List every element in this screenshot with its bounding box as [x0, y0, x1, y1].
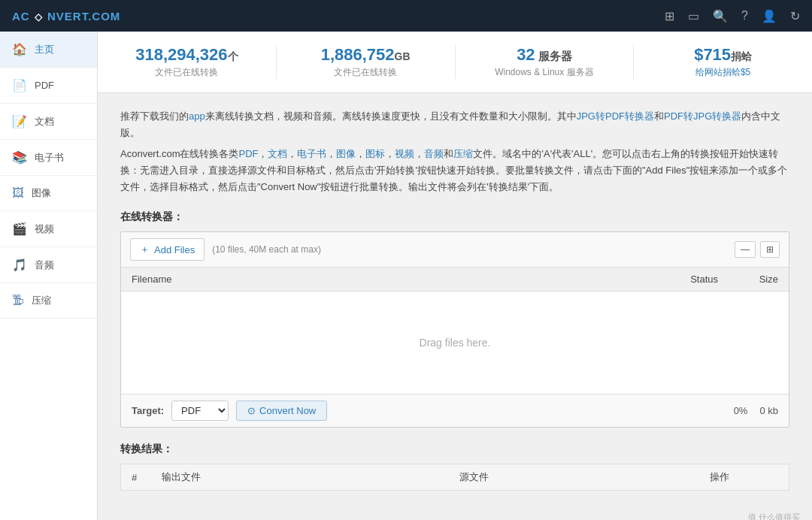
image-icon: 🖼	[12, 186, 24, 200]
plus-icon: ＋	[140, 243, 150, 256]
stat-gb-label: 文件已在线转换	[277, 66, 455, 79]
stat-gb: 1,886,752GB 文件已在线转换	[277, 45, 456, 79]
convert-now-button[interactable]: ⊙ Convert Now	[236, 401, 327, 421]
ebook-icon: 📚	[12, 150, 27, 165]
logo-main: NVERT.COM	[47, 10, 120, 23]
home-icon: 🏠	[12, 42, 27, 56]
sidebar-label-doc: 文档	[35, 115, 54, 128]
header-icons: ⊞ ▭ 🔍 ? 👤 ↻	[665, 9, 800, 23]
add-files-hint: (10 files, 40M each at max)	[212, 244, 321, 255]
watermark-text: 值 什么值得买	[748, 512, 800, 520]
add-files-label: Add Files	[154, 244, 195, 255]
archive-icon: 🗜	[12, 294, 24, 307]
tablet-icon[interactable]: ▭	[688, 9, 699, 23]
header: AC ◇ NVERT.COM ⊞ ▭ 🔍 ? 👤 ↻	[0, 0, 812, 32]
archive-link[interactable]: 压缩	[453, 148, 473, 159]
sidebar-label-ebook: 电子书	[35, 151, 64, 165]
minimize-button[interactable]: —	[735, 241, 756, 258]
target-format-select[interactable]: PDF DOC DOCX JPG PNG MP4 MP3	[171, 401, 229, 421]
sidebar-item-video[interactable]: 🎬 视频	[0, 211, 97, 247]
sidebar-item-archive[interactable]: 🗜 压缩	[0, 283, 97, 319]
col-status: Status	[653, 268, 729, 292]
stat-donate-label[interactable]: 给网站捐蛤$5	[634, 66, 812, 79]
app-link[interactable]: app	[189, 110, 205, 122]
col-num: #	[121, 464, 151, 491]
results-table: # 输出文件 源文件 操作	[120, 464, 789, 491]
jpg-pdf-link[interactable]: JPG转PDF转换器	[577, 110, 654, 122]
convert-now-label: Convert Now	[259, 405, 316, 416]
sidebar-item-pdf[interactable]: 📄 PDF	[0, 68, 97, 104]
refresh-icon[interactable]: ↻	[790, 9, 800, 23]
intro-line1: 推荐下载我们的app来离线转换文档，视频和音频。离线转换速度更快，且没有文件数量…	[120, 108, 789, 141]
drop-area: Drag files here.	[132, 298, 778, 388]
layout: 🏠 主页 📄 PDF 📝 文档 📚 电子书 🖼 图像 🎬 视频 🎵 音频 🗜	[0, 32, 812, 520]
audio-icon: 🎵	[12, 258, 27, 272]
col-filename: Filename	[121, 268, 653, 292]
grid-icon[interactable]: ⊞	[665, 9, 674, 23]
stat-donate: $715捐蛤 给网站捐蛤$5	[634, 45, 812, 79]
sidebar-item-home[interactable]: 🏠 主页	[0, 32, 97, 68]
sidebar-item-image[interactable]: 🖼 图像	[0, 176, 97, 211]
logo-ac: AC	[12, 10, 30, 23]
results-title: 转换结果：	[120, 443, 789, 456]
stats-bar: 318,294,326个 文件已在线转换 1,886,752GB 文件已在线转换…	[98, 32, 812, 93]
sidebar-label-home: 主页	[35, 43, 54, 56]
stat-donate-number: $715捐蛤	[634, 45, 812, 65]
sidebar-label-pdf: PDF	[35, 80, 54, 91]
footer-right: 0% 0 kb	[734, 405, 778, 416]
results-section: 转换结果： # 输出文件 源文件 操作	[120, 443, 789, 491]
drop-hint: Drag files here.	[420, 337, 491, 349]
sidebar-item-doc[interactable]: 📝 文档	[0, 104, 97, 140]
main-content: 318,294,326个 文件已在线转换 1,886,752GB 文件已在线转换…	[98, 32, 812, 520]
doc-link[interactable]: 文档	[268, 148, 287, 159]
stat-servers-number: 32服务器	[456, 45, 634, 65]
progress-display: 0%	[734, 405, 748, 416]
user-icon[interactable]: 👤	[762, 9, 777, 23]
pdf-icon: 📄	[12, 78, 27, 92]
converter-box: ＋ Add Files (10 files, 40M each at max) …	[120, 231, 789, 428]
sidebar-label-audio: 音频	[35, 258, 54, 272]
expand-button[interactable]: ⊞	[760, 241, 780, 258]
help-icon[interactable]: ?	[741, 9, 748, 23]
video-link[interactable]: 视频	[395, 148, 414, 159]
add-files-button[interactable]: ＋ Add Files	[130, 238, 205, 261]
size-display: 0 kb	[759, 405, 778, 416]
site-logo: AC ◇ NVERT.COM	[12, 10, 120, 23]
stat-files-number: 318,294,326个	[98, 45, 276, 65]
converter-section-title: 在线转换器：	[120, 210, 789, 224]
stat-servers-label: Windows & Linux 服务器	[456, 66, 634, 79]
col-size: Size	[729, 268, 789, 292]
stat-servers: 32服务器 Windows & Linux 服务器	[456, 45, 635, 79]
sidebar-label-image: 图像	[32, 186, 51, 200]
toolbar-right: — ⊞	[735, 241, 780, 258]
target-label: Target:	[132, 405, 164, 416]
col-output: 输出文件	[151, 464, 450, 491]
sidebar: 🏠 主页 📄 PDF 📝 文档 📚 电子书 🖼 图像 🎬 视频 🎵 音频 🗜	[0, 32, 98, 520]
converter-toolbar: ＋ Add Files (10 files, 40M each at max) …	[121, 232, 789, 268]
image-link[interactable]: 图像	[336, 148, 356, 159]
doc-icon: 📝	[12, 114, 27, 128]
file-table: Filename Status Size Drag files here.	[121, 268, 789, 394]
converter-footer: Target: PDF DOC DOCX JPG PNG MP4 MP3 ⊙ C…	[121, 394, 789, 427]
convert-icon: ⊙	[247, 405, 256, 416]
stat-files: 318,294,326个 文件已在线转换	[98, 45, 277, 79]
video-icon: 🎬	[12, 222, 27, 236]
stat-gb-number: 1,886,752GB	[277, 45, 455, 65]
icon-link[interactable]: 图标	[365, 148, 385, 159]
sidebar-label-video: 视频	[35, 222, 54, 236]
search-icon[interactable]: 🔍	[713, 9, 728, 23]
sidebar-item-ebook[interactable]: 📚 电子书	[0, 140, 97, 176]
pdf-jpg-link[interactable]: PDF转JPG转换器	[664, 110, 741, 122]
col-action: 操作	[699, 464, 789, 491]
col-source: 源文件	[449, 464, 698, 491]
pdf-link[interactable]: PDF	[238, 148, 258, 159]
ebook-link[interactable]: 电子书	[297, 148, 326, 159]
stat-files-label: 文件已在线转换	[98, 66, 276, 79]
content-area: 推荐下载我们的app来离线转换文档，视频和音频。离线转换速度更快，且没有文件数量…	[98, 93, 812, 506]
audio-link[interactable]: 音频	[424, 148, 444, 159]
sidebar-item-audio[interactable]: 🎵 音频	[0, 247, 97, 283]
intro-line2: Aconvert.com在线转换各类PDF，文档，电子书，图像，图标，视频，音频…	[120, 146, 789, 195]
sidebar-label-archive: 压缩	[32, 294, 51, 307]
watermark: 值 什么值得买	[98, 506, 812, 520]
